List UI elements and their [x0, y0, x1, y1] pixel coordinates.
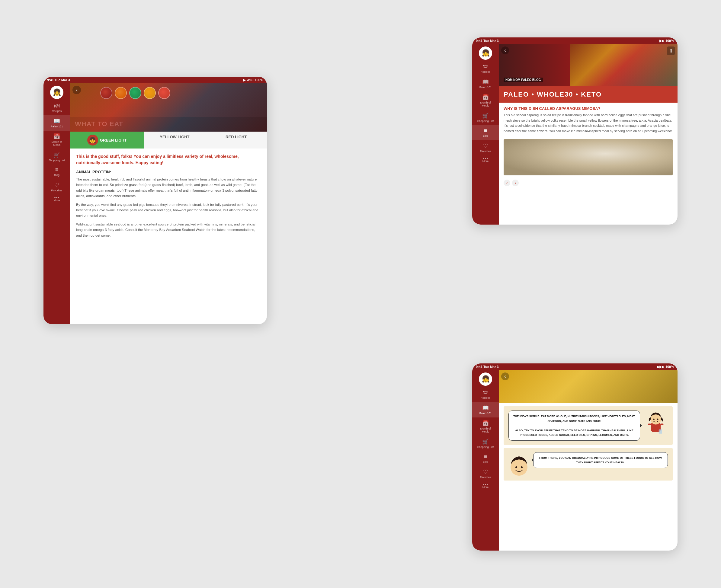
paleo101-icon-br: 📖 — [482, 404, 489, 411]
sidebar-item-blog[interactable]: ≡ Blog — [43, 164, 70, 179]
nav-prev-button[interactable]: ‹ — [503, 180, 510, 186]
logo-tr: 👧 — [481, 49, 490, 57]
sidebar-item-favorites[interactable]: ♡ Favorites — [43, 179, 70, 195]
sidebar-item-recipes-br[interactable]: 🍽 Recipes — [472, 387, 499, 402]
svg-point-8 — [515, 466, 517, 468]
comic-panel-2: FROM THERE, YOU CAN GRADUALLY RE-INTRODU… — [503, 448, 673, 481]
signal-icon: ▶ — [243, 78, 245, 82]
speech-bubble-2: FROM THERE, YOU CAN GRADUALLY RE-INTRODU… — [533, 452, 668, 468]
sidebar-item-paleo101-tr[interactable]: 📖 Paleo 101 — [472, 76, 499, 91]
nav-next-button[interactable]: › — [512, 180, 519, 186]
comic-panel-1: THE IDEA'S SIMPLE: EAT MORE WHOLE, NUTRI… — [503, 406, 673, 445]
sidebar-label-blog-tr: Blog — [483, 134, 488, 138]
favorites-icon-tr: ♡ — [483, 143, 488, 149]
comic-character-2 — [509, 452, 530, 476]
article-section-title: ANIMAL PROTEIN: — [76, 170, 261, 174]
sidebar-item-shopping-br[interactable]: 🛒 Shopping List — [472, 436, 499, 451]
sidebar-item-paleo101-br[interactable]: 📖 Paleo 101 — [472, 402, 499, 417]
sidebar-item-recipes[interactable]: 🍽 Recipes — [43, 100, 70, 115]
sidebar-label-more-br: More — [482, 486, 489, 489]
status-icons-left: ▶ WiFi 100% — [243, 78, 263, 82]
blog-icon-br: ≡ — [484, 454, 487, 460]
ipad-bottom-right: 9:41 Tue Mar 3 ▶▶▶ 100% 👧 🍽 Recipes 📖 Pa… — [472, 363, 678, 550]
wifi-icon: WiFi — [247, 78, 254, 82]
battery-icon: 100% — [255, 78, 263, 82]
sidebar-item-more[interactable]: More — [43, 195, 70, 205]
tab-red-light[interactable]: RED LIGHT — [205, 132, 267, 148]
sidebar-item-recipes-tr[interactable]: 🍽 Recipes — [472, 61, 499, 76]
favorites-icon-br: ♡ — [483, 468, 488, 475]
signal-icon-br: ▶▶▶ — [657, 365, 664, 369]
article-paragraph-3: Wild-caught sustainable seafood is anoth… — [76, 222, 261, 238]
status-time-left: 9:41 Tue Mar 3 — [47, 78, 70, 82]
back-btn-br[interactable]: ‹ — [501, 373, 509, 380]
status-icons-top-right: ▶▶ 100% — [659, 39, 674, 43]
nav-arrows: ‹ › — [499, 178, 678, 188]
sidebar-label-paleo101-br: Paleo 101 — [479, 412, 492, 415]
sidebar-item-favorites-tr[interactable]: ♡ Favorites — [472, 140, 499, 155]
svg-point-9 — [521, 466, 523, 468]
logo-br: 👧 — [481, 375, 490, 383]
sidebar-label-more-tr: More — [482, 160, 489, 163]
article-paragraph-2: By the way, you won't find any grass-fed… — [76, 202, 261, 218]
shopping-icon: 🛒 — [54, 151, 60, 158]
sidebar-label-month-br: Month ofMeals — [480, 427, 491, 434]
sidebar-item-blog-tr[interactable]: ≡ Blog — [472, 125, 499, 140]
sidebar-label-shopping-tr: Shopping List — [477, 120, 494, 123]
svg-rect-6 — [659, 429, 662, 434]
sidebar-label-favorites: Favorites — [51, 189, 62, 192]
sidebar-label-blog: Blog — [54, 174, 60, 177]
sidebar-label-month: Month ofMeals — [51, 141, 62, 147]
svg-point-3 — [657, 418, 659, 420]
blog-subtitle-bar: PALEO • WHOLE30 • KETO — [499, 86, 678, 103]
back-icon: ‹ — [76, 87, 78, 93]
main-content-left: ‹ WHAT TO EAT 👧 GREEN LIGHT YELLOW LIGHT — [70, 83, 267, 324]
speech-text-2: FROM THERE, YOU CAN GRADUALLY RE-INTRODU… — [539, 456, 662, 464]
sidebar-item-more-br[interactable]: More — [472, 481, 499, 491]
sidebar-item-shopping-tr[interactable]: 🛒 Shopping List — [472, 110, 499, 125]
comic-character-1 — [644, 411, 668, 435]
shopping-icon-br: 🛒 — [482, 438, 489, 445]
sidebar-item-paleo101[interactable]: 📖 Paleo 101 — [43, 115, 70, 131]
sidebar-item-favorites-br[interactable]: ♡ Favorites — [472, 466, 499, 481]
blog-image-bottom — [503, 139, 673, 175]
sidebar-label-more: More — [54, 199, 60, 202]
battery-icon-tr: 100% — [665, 39, 674, 43]
favorites-icon: ♡ — [54, 182, 59, 188]
tab-yellow-light[interactable]: YELLOW LIGHT — [144, 132, 206, 148]
sidebar-item-shopping-list[interactable]: 🛒 Shopping List — [43, 149, 70, 165]
recipes-icon-tr: 🍽 — [483, 63, 488, 70]
sidebar-item-month-of-meals[interactable]: 📅 Month ofMeals — [43, 131, 70, 149]
ipad-left: 9:41 Tue Mar 3 ▶ WiFi 100% 👧 🍽 Recipes 📖… — [43, 77, 267, 324]
back-button-left[interactable]: ‹ — [73, 86, 81, 94]
sidebar-label-shopping: Shopping List — [48, 159, 65, 162]
sidebar-left: 👧 🍽 Recipes 📖 Paleo 101 📅 Month ofMeals … — [43, 83, 70, 324]
sidebar-label-month-tr: Month ofMeals — [480, 101, 491, 107]
blog-title-overlay: NOM NOM PALEO BLOG — [499, 74, 678, 86]
sidebar-label-paleo101: Paleo 101 — [51, 125, 63, 128]
blog-tag: NOM NOM PALEO BLOG — [503, 78, 543, 82]
speech-text-1: THE IDEA'S SIMPLE: EAT MORE WHOLE, NUTRI… — [513, 415, 635, 437]
more-dots-icon-br — [483, 484, 488, 485]
sidebar-label-recipes: Recipes — [52, 110, 62, 113]
sidebar-logo-tr: 👧 — [479, 46, 492, 60]
month-icon-tr: 📅 — [482, 94, 489, 101]
sidebar-item-more-tr[interactable]: More — [472, 155, 499, 165]
sidebar-item-blog-br[interactable]: ≡ Blog — [472, 451, 499, 466]
article-body-left: This is the good stuff, folks! You can e… — [70, 148, 267, 281]
back-btn-tr[interactable]: ‹ — [501, 46, 509, 54]
sidebar-item-month-br[interactable]: 📅 Month ofMeals — [472, 417, 499, 436]
sidebar-logo-br: 👧 — [479, 373, 492, 386]
sidebar-item-month-tr[interactable]: 📅 Month ofMeals — [472, 91, 499, 110]
article-lead: This is the good stuff, folks! You can e… — [76, 153, 261, 166]
svg-rect-5 — [661, 423, 664, 425]
status-bar-left: 9:41 Tue Mar 3 ▶ WiFi 100% — [43, 77, 267, 83]
shopping-icon-tr: 🛒 — [482, 112, 489, 119]
hero-blog: ‹ ⬆ NOM NOM PALEO BLOG — [499, 44, 678, 86]
share-button[interactable]: ⬆ — [667, 46, 675, 55]
tab-green-light[interactable]: 👧 GREEN LIGHT — [70, 132, 144, 148]
article-paragraph-1: The most sustainable, healthful, and fla… — [76, 176, 261, 199]
sidebar-label-shopping-br: Shopping List — [477, 446, 494, 449]
hero-image-left: ‹ WHAT TO EAT — [70, 83, 267, 132]
signal-icon-tr: ▶▶ — [659, 39, 664, 43]
